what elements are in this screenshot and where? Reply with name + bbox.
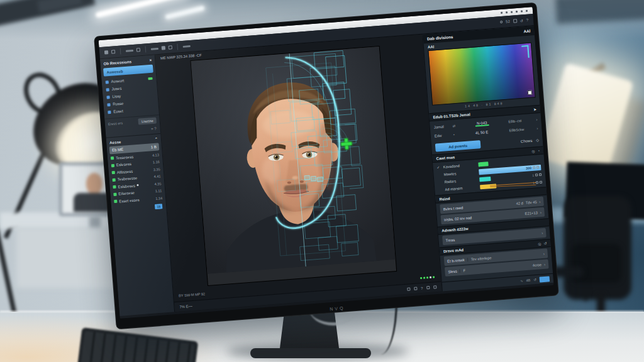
window-control-icon[interactable] — [501, 12, 502, 14]
reset-icon[interactable]: ↺ — [533, 278, 536, 282]
row-label: Sless — [448, 269, 457, 273]
window-control-icon[interactable] — [516, 11, 518, 13]
layer-value: 1.11 — [155, 189, 162, 193]
swap-icon[interactable]: ⇄ — [452, 124, 455, 128]
menu-item[interactable] — [151, 47, 158, 50]
canvas[interactable]: ME NWP 325.34 338 -CF — [155, 35, 442, 312]
window-control-icon[interactable] — [511, 11, 513, 13]
help-icon[interactable]: ? — [421, 286, 423, 290]
mini-box-icon[interactable] — [536, 181, 538, 184]
layer-icon — [113, 178, 116, 182]
slider-value: 300 — [526, 166, 531, 170]
item-label: Auseurt — [111, 79, 124, 84]
statusbar-icon[interactable] — [414, 287, 417, 290]
statusbar-icon[interactable] — [407, 287, 410, 290]
window-control-icon[interactable] — [506, 11, 508, 13]
panel-bottombar: ∿ 4B ↺ — [442, 273, 554, 292]
item-icon — [106, 80, 109, 84]
panel-action[interactable]: AAl — [523, 28, 531, 33]
monitor-stand-base — [250, 348, 371, 358]
menu-item[interactable] — [126, 50, 133, 52]
row-label: Treas — [445, 238, 455, 242]
mini-box-icon[interactable] — [536, 166, 539, 168]
slider-green-chip[interactable] — [478, 162, 488, 167]
text-tool-icon[interactable] — [169, 45, 172, 49]
status-icon[interactable] — [500, 21, 502, 23]
layer-label: Tessesess — [116, 155, 133, 160]
sidebar-footer-button[interactable]: Lisesse — [138, 118, 157, 125]
end-value: 1 — [532, 173, 534, 177]
slider-label: Kavadand — [443, 163, 475, 169]
item-icon — [108, 111, 111, 114]
caret-up-icon[interactable]: ⌃ — [154, 136, 158, 141]
brush-tool-icon[interactable] — [162, 46, 165, 50]
bottom-value: 4B — [526, 278, 530, 282]
undo-icon[interactable]: ↺ — [520, 18, 524, 23]
layers-count-badge[interactable]: 15 — [155, 204, 162, 209]
chevron-icon[interactable]: › — [536, 118, 537, 121]
row-label: Bvles t rawd — [443, 206, 464, 211]
confirm-button[interactable] — [540, 276, 550, 282]
layer-value: 4.13 — [152, 153, 159, 157]
slider-end: 1 — [532, 173, 541, 177]
target-icon[interactable]: ◎ — [538, 241, 541, 246]
spacer — [457, 233, 539, 239]
chevron-icon[interactable]: › — [544, 262, 545, 266]
slider-cyan-chip[interactable] — [479, 177, 491, 182]
layout-icon[interactable] — [513, 19, 517, 23]
field-label: Jamal — [434, 124, 450, 129]
chevron-icon[interactable]: › — [541, 231, 543, 234]
mini-box-icon[interactable] — [540, 181, 542, 184]
select-tool-icon[interactable] — [111, 50, 115, 53]
help-icon[interactable]: ? — [526, 18, 529, 22]
portrait-photo — [86, 173, 103, 194]
layers-title: Aesse — [109, 140, 121, 145]
chevron-icon[interactable]: › — [543, 251, 545, 255]
mini-box-icon[interactable] — [535, 173, 538, 176]
adjust-icon[interactable]: ◔ — [537, 148, 540, 152]
chevron-icon[interactable]: › — [540, 211, 541, 214]
portrait-photo-canvas[interactable] — [191, 47, 397, 285]
row-value: 42 d — [516, 201, 523, 206]
wave-icon[interactable]: ∿ — [520, 279, 523, 283]
diamond-icon[interactable]: ◇ — [536, 138, 539, 142]
status-indicators — [420, 276, 435, 279]
statusbar-icon[interactable] — [433, 285, 436, 288]
mini-box-icon[interactable] — [533, 167, 535, 169]
layer-label: Eslsbeses — [118, 184, 135, 189]
chevron-icon[interactable]: › — [536, 126, 538, 130]
color-gradient-picker[interactable] — [428, 42, 535, 105]
divider — [120, 48, 121, 55]
section-title: Cawt mws — [436, 155, 455, 160]
layer-icon — [114, 200, 117, 203]
crop-tool-icon[interactable] — [136, 48, 140, 52]
layer-label: Eslesess — [116, 162, 131, 167]
layer-value: 4.41 — [153, 175, 160, 179]
statusbar-icon[interactable] — [426, 286, 430, 289]
window-control-icon[interactable] — [521, 10, 523, 12]
mini-box-icon[interactable] — [539, 173, 541, 176]
close-icon[interactable]: × — [149, 58, 152, 62]
row-label: Et b.retsek — [447, 258, 465, 263]
zoom-level[interactable]: 7% E–– — [179, 304, 192, 309]
status-line: BY SW-M MP 92 — [179, 292, 205, 297]
document-tab[interactable]: ME NWP 325.34 338 -CF — [160, 53, 202, 60]
field-right: EBbSckw — [509, 126, 534, 132]
menu-item[interactable] — [183, 45, 191, 48]
picker-label: AAl — [428, 45, 435, 49]
check-icon[interactable]: ✓ — [436, 165, 440, 169]
window-control-icon[interactable] — [526, 10, 528, 12]
reset-icon[interactable]: ↺ — [543, 241, 547, 245]
selection-bracket-icon — [521, 45, 530, 58]
item-icon — [107, 103, 110, 106]
chevron-icon[interactable]: › — [539, 200, 540, 204]
swatch-icon[interactable] — [528, 90, 533, 96]
options-link[interactable]: Chows — [521, 138, 533, 143]
background-monitor-stand — [89, 216, 101, 228]
cursor-icon: ➤ — [533, 107, 537, 111]
target-icon[interactable]: ◎ — [531, 149, 535, 153]
apply-button[interactable]: Ad pvwsts — [435, 140, 481, 151]
layer-icon — [111, 164, 114, 167]
row-value: Tdv 45 — [526, 200, 537, 204]
grid-tool-icon[interactable] — [104, 50, 108, 54]
